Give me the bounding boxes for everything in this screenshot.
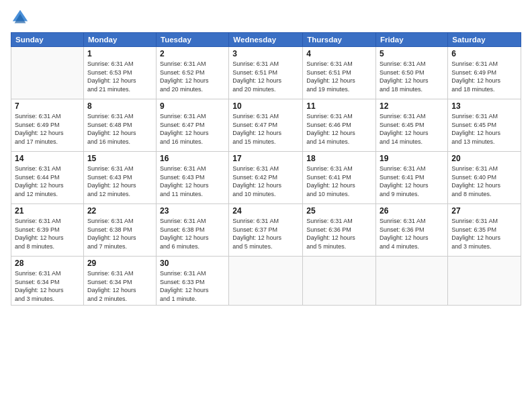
calendar-cell: 9Sunrise: 6:31 AM Sunset: 6:47 PM Daylig…	[157, 99, 229, 152]
day-number: 14	[15, 154, 80, 163]
day-info: Sunrise: 6:31 AM Sunset: 6:34 PM Dayligh…	[15, 269, 80, 303]
day-number: 22	[87, 206, 152, 216]
day-number: 5	[380, 49, 444, 58]
calendar-cell: 26Sunrise: 6:31 AM Sunset: 6:36 PM Dayli…	[376, 204, 448, 257]
calendar-cell	[11, 47, 84, 99]
day-number: 19	[380, 154, 444, 163]
day-number: 16	[160, 154, 225, 163]
calendar-cell: 29Sunrise: 6:31 AM Sunset: 6:34 PM Dayli…	[83, 257, 156, 306]
day-info: Sunrise: 6:31 AM Sunset: 6:47 PM Dayligh…	[232, 112, 299, 146]
day-number: 23	[160, 206, 225, 216]
calendar-cell: 4Sunrise: 6:31 AM Sunset: 6:51 PM Daylig…	[303, 47, 376, 99]
day-number: 26	[380, 206, 444, 216]
calendar-cell: 6Sunrise: 6:31 AM Sunset: 6:49 PM Daylig…	[448, 47, 521, 99]
calendar-cell	[376, 257, 448, 306]
day-number: 24	[232, 206, 299, 216]
day-number: 2	[160, 49, 225, 58]
day-info: Sunrise: 6:31 AM Sunset: 6:38 PM Dayligh…	[160, 217, 225, 250]
calendar-cell: 2Sunrise: 6:31 AM Sunset: 6:52 PM Daylig…	[157, 47, 229, 99]
calendar-cell: 24Sunrise: 6:31 AM Sunset: 6:37 PM Dayli…	[229, 204, 303, 257]
calendar-table: SundayMondayTuesdayWednesdayThursdayFrid…	[11, 32, 521, 306]
day-number: 10	[232, 101, 299, 111]
day-info: Sunrise: 6:31 AM Sunset: 6:46 PM Dayligh…	[306, 112, 372, 146]
day-number: 18	[306, 154, 372, 163]
calendar-cell: 17Sunrise: 6:31 AM Sunset: 6:42 PM Dayli…	[229, 152, 303, 204]
day-info: Sunrise: 6:31 AM Sunset: 6:45 PM Dayligh…	[380, 112, 444, 146]
calendar-cell: 28Sunrise: 6:31 AM Sunset: 6:34 PM Dayli…	[11, 257, 84, 306]
day-number: 27	[451, 206, 517, 216]
day-number: 3	[232, 49, 299, 58]
weekday-header: Friday	[376, 33, 448, 47]
day-info: Sunrise: 6:31 AM Sunset: 6:41 PM Dayligh…	[306, 165, 372, 198]
day-info: Sunrise: 6:31 AM Sunset: 6:38 PM Dayligh…	[87, 217, 152, 250]
day-info: Sunrise: 6:31 AM Sunset: 6:40 PM Dayligh…	[451, 165, 517, 198]
day-info: Sunrise: 6:31 AM Sunset: 6:41 PM Dayligh…	[380, 165, 444, 198]
calendar-cell: 22Sunrise: 6:31 AM Sunset: 6:38 PM Dayli…	[83, 204, 156, 257]
day-number: 29	[87, 259, 152, 268]
day-number: 12	[380, 101, 444, 111]
calendar-cell: 18Sunrise: 6:31 AM Sunset: 6:41 PM Dayli…	[303, 152, 376, 204]
weekday-header: Monday	[83, 33, 156, 47]
calendar-cell: 16Sunrise: 6:31 AM Sunset: 6:43 PM Dayli…	[157, 152, 229, 204]
day-number: 11	[306, 101, 372, 111]
calendar-cell: 14Sunrise: 6:31 AM Sunset: 6:44 PM Dayli…	[11, 152, 84, 204]
calendar-cell: 30Sunrise: 6:31 AM Sunset: 6:33 PM Dayli…	[157, 257, 229, 306]
day-info: Sunrise: 6:31 AM Sunset: 6:42 PM Dayligh…	[232, 165, 299, 198]
weekday-header: Tuesday	[157, 33, 229, 47]
calendar-cell: 5Sunrise: 6:31 AM Sunset: 6:50 PM Daylig…	[376, 47, 448, 99]
weekday-header: Thursday	[303, 33, 376, 47]
calendar-cell: 15Sunrise: 6:31 AM Sunset: 6:43 PM Dayli…	[83, 152, 156, 204]
calendar-cell: 20Sunrise: 6:31 AM Sunset: 6:40 PM Dayli…	[448, 152, 521, 204]
weekday-header: Sunday	[11, 33, 84, 47]
day-info: Sunrise: 6:31 AM Sunset: 6:45 PM Dayligh…	[451, 112, 517, 146]
calendar-cell: 1Sunrise: 6:31 AM Sunset: 6:53 PM Daylig…	[83, 47, 156, 99]
day-number: 15	[87, 154, 152, 163]
day-number: 4	[306, 49, 372, 58]
day-info: Sunrise: 6:31 AM Sunset: 6:37 PM Dayligh…	[232, 217, 299, 250]
calendar-cell: 8Sunrise: 6:31 AM Sunset: 6:48 PM Daylig…	[83, 99, 156, 152]
day-info: Sunrise: 6:31 AM Sunset: 6:39 PM Dayligh…	[15, 217, 80, 250]
logo-icon	[11, 8, 30, 27]
calendar-cell	[448, 257, 521, 306]
day-info: Sunrise: 6:31 AM Sunset: 6:33 PM Dayligh…	[160, 269, 225, 303]
calendar-cell: 19Sunrise: 6:31 AM Sunset: 6:41 PM Dayli…	[376, 152, 448, 204]
day-info: Sunrise: 6:31 AM Sunset: 6:48 PM Dayligh…	[87, 112, 152, 146]
day-number: 1	[87, 49, 152, 58]
calendar-cell: 7Sunrise: 6:31 AM Sunset: 6:49 PM Daylig…	[11, 99, 84, 152]
logo	[11, 8, 32, 27]
weekday-header: Wednesday	[229, 33, 303, 47]
day-number: 30	[160, 259, 225, 268]
day-info: Sunrise: 6:31 AM Sunset: 6:35 PM Dayligh…	[451, 217, 517, 250]
calendar-cell: 21Sunrise: 6:31 AM Sunset: 6:39 PM Dayli…	[11, 204, 84, 257]
day-number: 8	[87, 101, 152, 111]
calendar-cell: 12Sunrise: 6:31 AM Sunset: 6:45 PM Dayli…	[376, 99, 448, 152]
day-number: 7	[15, 101, 80, 111]
calendar-cell	[229, 257, 303, 306]
calendar-cell: 11Sunrise: 6:31 AM Sunset: 6:46 PM Dayli…	[303, 99, 376, 152]
weekday-header: Saturday	[448, 33, 521, 47]
day-number: 6	[451, 49, 517, 58]
day-number: 28	[15, 259, 80, 268]
day-info: Sunrise: 6:31 AM Sunset: 6:36 PM Dayligh…	[306, 217, 372, 250]
day-info: Sunrise: 6:31 AM Sunset: 6:43 PM Dayligh…	[160, 165, 225, 198]
day-info: Sunrise: 6:31 AM Sunset: 6:36 PM Dayligh…	[380, 217, 444, 250]
calendar-cell: 25Sunrise: 6:31 AM Sunset: 6:36 PM Dayli…	[303, 204, 376, 257]
day-info: Sunrise: 6:31 AM Sunset: 6:50 PM Dayligh…	[380, 60, 444, 93]
calendar-cell: 13Sunrise: 6:31 AM Sunset: 6:45 PM Dayli…	[448, 99, 521, 152]
day-number: 21	[15, 206, 80, 216]
calendar-cell: 27Sunrise: 6:31 AM Sunset: 6:35 PM Dayli…	[448, 204, 521, 257]
calendar-cell	[303, 257, 376, 306]
day-number: 9	[160, 101, 225, 111]
day-info: Sunrise: 6:31 AM Sunset: 6:51 PM Dayligh…	[232, 60, 299, 93]
header	[11, 8, 521, 27]
day-info: Sunrise: 6:31 AM Sunset: 6:52 PM Dayligh…	[160, 60, 225, 93]
calendar-cell: 23Sunrise: 6:31 AM Sunset: 6:38 PM Dayli…	[157, 204, 229, 257]
day-number: 17	[232, 154, 299, 163]
day-info: Sunrise: 6:31 AM Sunset: 6:53 PM Dayligh…	[87, 60, 152, 93]
day-info: Sunrise: 6:31 AM Sunset: 6:43 PM Dayligh…	[87, 165, 152, 198]
day-number: 25	[306, 206, 372, 216]
calendar-cell: 3Sunrise: 6:31 AM Sunset: 6:51 PM Daylig…	[229, 47, 303, 99]
day-number: 20	[451, 154, 517, 163]
day-number: 13	[451, 101, 517, 111]
page: SundayMondayTuesdayWednesdayThursdayFrid…	[0, 0, 532, 411]
